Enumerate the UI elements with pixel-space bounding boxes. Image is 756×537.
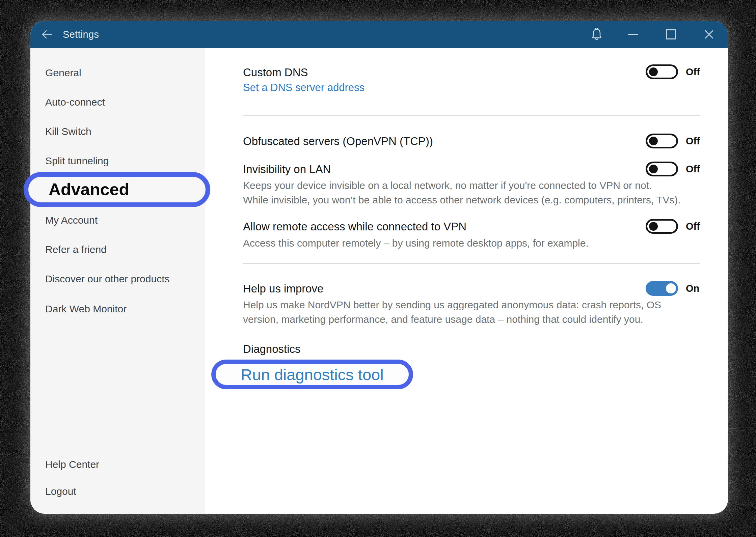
custom-dns-title: Custom DNS — [243, 65, 308, 80]
sidebar-item-help-center[interactable]: Help Center — [45, 458, 99, 471]
remote-access-toggle-label: Off — [686, 219, 700, 234]
close-icon — [704, 29, 714, 39]
obfuscated-servers-title: Obfuscated servers (OpenVPN (TCP)) — [243, 134, 433, 148]
remote-access-description: Access this computer remotely – by using… — [243, 236, 589, 250]
section-divider — [243, 115, 700, 116]
help-us-improve-toggle[interactable] — [646, 281, 678, 296]
sidebar-item-general[interactable]: General — [45, 66, 81, 80]
sidebar: General Auto-connect Kill Switch Split t… — [30, 48, 205, 514]
sidebar-item-auto-connect[interactable]: Auto-connect — [45, 95, 105, 109]
annotation-highlight-run-diagnostics: Run diagnostics tool — [211, 360, 413, 389]
help-us-improve-title: Help us improve — [243, 282, 323, 296]
window-title: Settings — [63, 29, 99, 40]
minimize-icon — [628, 34, 638, 35]
sidebar-item-kill-switch[interactable]: Kill Switch — [45, 125, 91, 138]
sidebar-item-logout[interactable]: Logout — [45, 485, 76, 498]
sidebar-item-dark-web-monitor[interactable]: Dark Web Monitor — [45, 302, 127, 316]
help-us-improve-toggle-label: On — [686, 281, 699, 296]
sidebar-item-discover-products[interactable]: Discover our other products — [45, 272, 170, 286]
bell-icon — [591, 28, 603, 41]
close-button[interactable] — [690, 21, 728, 48]
custom-dns-toggle-label: Off — [686, 64, 700, 79]
invisibility-lan-toggle[interactable] — [646, 162, 678, 176]
remote-access-toggle[interactable] — [646, 219, 678, 234]
titlebar: Settings — [30, 21, 728, 48]
sidebar-item-my-account[interactable]: My Account — [45, 214, 98, 227]
back-arrow-icon — [40, 29, 53, 40]
invisibility-lan-title: Invisibility on LAN — [243, 162, 331, 176]
back-button[interactable] — [30, 21, 63, 48]
maximize-button[interactable] — [652, 21, 690, 48]
custom-dns-toggle[interactable] — [646, 64, 678, 79]
sidebar-item-split-tunneling[interactable]: Split tunneling — [45, 154, 109, 168]
invisibility-lan-description: Keeps your device invisible on a local n… — [243, 178, 681, 207]
obfuscated-servers-toggle-label: Off — [686, 134, 700, 148]
annotation-highlight-advanced[interactable]: Advanced — [24, 172, 210, 207]
diagnostics-label: Diagnostics — [243, 342, 301, 356]
invisibility-lan-toggle-label: Off — [686, 162, 700, 176]
sidebar-item-refer-a-friend[interactable]: Refer a friend — [45, 243, 107, 256]
run-diagnostics-link[interactable]: Run diagnostics tool — [241, 365, 383, 384]
set-dns-address-link[interactable]: Set a DNS server address — [243, 81, 364, 94]
help-us-improve-description: Help us make NordVPN better by sending u… — [243, 298, 661, 327]
sidebar-item-advanced-label: Advanced — [49, 180, 129, 199]
remote-access-title: Allow remote access while connected to V… — [243, 220, 466, 234]
maximize-icon — [666, 29, 676, 39]
minimize-button[interactable] — [614, 21, 652, 48]
settings-window: Settings General Auto-connect Kill Switc… — [30, 21, 728, 514]
notifications-button[interactable] — [580, 21, 614, 48]
obfuscated-servers-toggle[interactable] — [646, 134, 678, 148]
section-divider — [243, 263, 700, 264]
